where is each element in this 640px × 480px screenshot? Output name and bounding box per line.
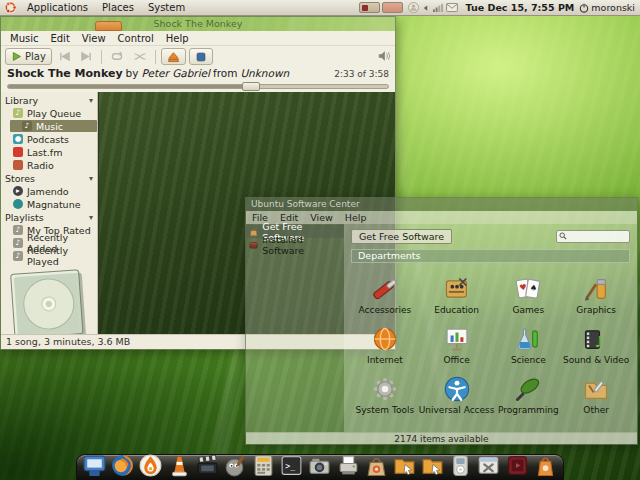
jamendo-icon: ▸ [13,186,23,196]
firefox-icon[interactable] [110,453,135,478]
collapse-arrow-icon[interactable]: ▾ [89,96,93,105]
taskbar-button-rhythmbox[interactable] [359,2,380,13]
movie-player-icon[interactable] [505,453,530,478]
menu-edit[interactable]: Edit [44,33,75,44]
terminal-icon[interactable]: >_ [279,453,304,478]
next-icon [80,51,93,62]
play-icon [11,51,22,62]
system-settings-icon[interactable] [476,453,501,478]
category-accessories[interactable]: Accessories [351,267,419,317]
folder-2-icon[interactable] [420,453,445,478]
package-manager-icon[interactable] [533,453,558,478]
search-box[interactable] [556,230,630,243]
category-programming[interactable]: Programming [494,367,562,417]
category-other[interactable]: Other [562,367,630,417]
vlc-icon[interactable] [167,453,192,478]
next-button[interactable] [77,48,96,65]
section-playlists[interactable]: Playlists▾ [1,211,97,223]
eject-button[interactable] [161,48,186,65]
flame-app-icon[interactable] [138,453,163,478]
folder-1-icon[interactable] [392,453,417,478]
category-sound-video[interactable]: ♪ Sound & Video [562,317,630,367]
category-office[interactable]: Office [419,317,495,367]
sidebar-item-music[interactable]: ♪ Music [10,120,97,132]
printer-icon[interactable] [336,453,361,478]
seek-bar[interactable] [7,84,389,89]
departments-header: Departments [351,249,630,263]
collapse-arrow-icon[interactable]: ▾ [89,174,93,183]
seek-handle[interactable] [242,82,260,91]
svg-text:>_: >_ [286,461,297,471]
video-editor-icon[interactable] [195,453,220,478]
previous-button[interactable] [55,48,74,65]
calculator-icon[interactable] [251,453,276,478]
ubuntu-logo-icon[interactable] [4,1,17,14]
section-stores[interactable]: Stores▾ [1,172,97,184]
menu-music[interactable]: Music [4,33,44,44]
software-center-icon[interactable] [364,453,389,478]
lastfm-icon [13,147,23,157]
power-icon[interactable] [579,3,589,13]
sidebar-item-installed-software[interactable]: Installed Software [246,238,344,251]
speaker-icon [377,50,391,62]
seek-bar-row [1,82,395,92]
category-internet[interactable]: Internet [351,317,419,367]
volume-button[interactable] [377,47,391,66]
sidebar-item-radio[interactable]: Radio [1,159,97,171]
menu-view[interactable]: View [76,33,112,44]
shuffle-button[interactable] [130,48,150,65]
software-center-statusbar: 2174 items available [246,432,637,444]
office-icon [443,325,471,353]
toolbar-separator [101,50,102,64]
category-system-tools[interactable]: System Tools [351,367,419,417]
repeat-button[interactable] [107,48,127,65]
sidebar-item-play-queue[interactable]: ♪ Play Queue [1,107,97,119]
desktop: Shock The Monkey Music Edit View Control… [0,0,640,480]
sidebar-item-lastfm[interactable]: Last.fm [1,146,97,158]
camera-icon[interactable] [307,453,332,478]
by-label: by [126,67,139,79]
sidebar-item-podcasts[interactable]: ● Podcasts [1,133,97,145]
media-player-icon[interactable] [448,453,473,478]
category-science[interactable]: Science [494,317,562,367]
system-tools-icon [371,375,399,403]
section-library[interactable]: Library▾ [1,94,97,106]
menu-places[interactable]: Places [95,0,141,15]
category-graphics[interactable]: Graphics [562,267,630,317]
gimp-icon[interactable] [223,453,248,478]
panel-user[interactable]: moronski [591,2,637,13]
top-panel: Applications Places System Tue Dec 15, 7… [0,0,640,16]
menu-help[interactable]: Help [339,212,373,223]
sidebar-item-magnatune[interactable]: Magnatune [1,198,97,210]
track-info: Shock The Monkey by Peter Gabriel from U… [1,67,395,82]
eject-icon [167,51,180,63]
file-manager-icon[interactable] [82,453,107,478]
sidebar-item-recently-played[interactable]: ♪ Recently Played [1,250,97,262]
rhythmbox-titlebar[interactable]: Shock The Monkey [1,17,395,31]
search-input[interactable] [569,231,627,241]
software-center-titlebar[interactable]: Ubuntu Software Center [246,198,637,211]
left-arrow-icon[interactable] [422,4,429,12]
visualization-button[interactable] [189,48,213,65]
menu-applications[interactable]: Applications [20,0,95,15]
menu-help[interactable]: Help [160,33,195,44]
taskbar-button-software-center[interactable] [382,2,403,13]
collapse-arrow-icon[interactable]: ▾ [89,213,93,222]
titlebar-orange-tab [95,21,122,31]
mail-envelope-icon[interactable] [446,3,458,12]
breadcrumb-get-free-software[interactable]: Get Free Software [351,229,452,244]
software-center-window: Ubuntu Software Center File Edit View He… [245,197,638,445]
category-games[interactable]: ♥♠ Games [494,267,562,317]
sidebar-item-jamendo[interactable]: ▸ Jamendo [1,185,97,197]
menu-system[interactable]: System [141,0,192,15]
toolbar-separator [155,50,156,64]
rhythmbox-toolbar: Play [1,46,395,67]
panel-clock[interactable]: Tue Dec 15, 7:55 PM [463,2,578,13]
play-button[interactable]: Play [5,48,52,65]
user-avatar-icon[interactable] [408,2,419,13]
signal-strength-icon[interactable] [432,3,443,12]
category-education[interactable]: Education [419,267,495,317]
menu-control[interactable]: Control [112,33,160,44]
universal-access-icon [443,375,471,403]
category-universal-access[interactable]: Universal Access [419,367,495,417]
